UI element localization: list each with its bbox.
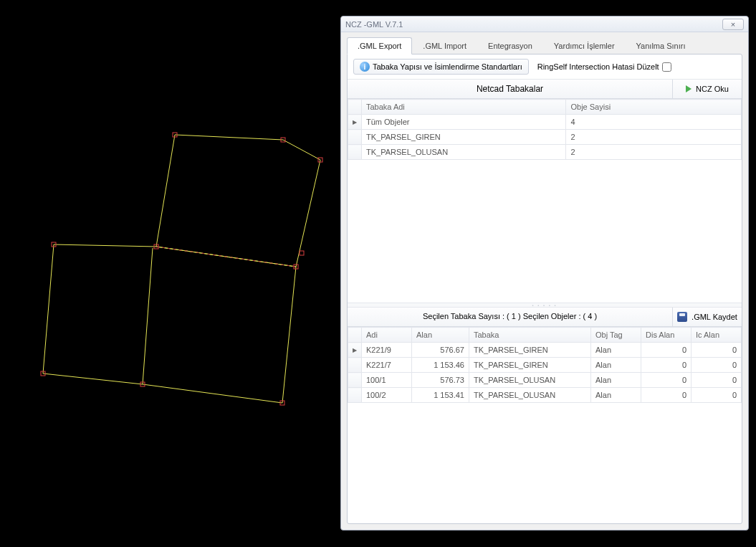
lower-header: Seçilen Tabaka Sayısı : ( 1 ) Seçilen Ob… (348, 308, 742, 327)
col-tabaka-adi[interactable]: Tabaka Adi (362, 100, 566, 115)
cell-alan: 1 153.41 (412, 388, 469, 403)
tabaka-standards-label: Tabaka Yapısı ve İsimlendirme Standartla… (373, 62, 522, 71)
table-row[interactable]: K221/71 153.46TK_PARSEL_GIRENAlan00 (348, 358, 742, 373)
cell-alan: 1 153.46 (412, 358, 469, 373)
titlebar[interactable]: NCZ -GML V.7.1 × (341, 16, 748, 32)
table-row[interactable]: 100/21 153.41TK_PARSEL_OLUSANAlan00 (348, 388, 742, 403)
cell-icalan: 0 (692, 343, 742, 358)
cell-icalan: 0 (692, 388, 742, 403)
ringself-checkbox[interactable] (662, 62, 671, 72)
cell-tabaka: TK_PARSEL_GIREN (362, 130, 566, 145)
info-icon: i (360, 62, 370, 72)
cell-adi: K221/7 (362, 358, 412, 373)
window-title: NCZ -GML V.7.1 (345, 20, 722, 29)
table-row[interactable]: Tüm Objeler4 (348, 115, 742, 130)
lower-area: Seçilen Tabaka Sayısı : ( 1 ) Seçilen Ob… (348, 308, 742, 523)
gml-kaydet-button[interactable]: .GML Kaydet (673, 308, 742, 326)
row-selector[interactable] (348, 388, 362, 403)
row-selector[interactable] (348, 145, 362, 160)
table-row[interactable]: TK_PARSEL_OLUSAN2 (348, 145, 742, 160)
cell-tabaka: TK_PARSEL_GIREN (469, 358, 591, 373)
ringself-fix: RingSelf Intersection Hatasi Düzelt (537, 62, 671, 72)
cell-objtag: Alan (591, 388, 641, 403)
tab-panel-export: i Tabaka Yapısı ve İsimlendirme Standart… (347, 54, 742, 524)
cell-tabaka: TK_PARSEL_OLUSAN (469, 388, 591, 403)
cell-adi: 100/2 (362, 388, 412, 403)
cell-adi: 100/1 (362, 373, 412, 388)
save-icon (677, 312, 687, 322)
cell-icalan: 0 (692, 358, 742, 373)
cell-obje: 2 (566, 145, 742, 160)
row-selector[interactable] (348, 343, 362, 358)
col-alan[interactable]: Alan (412, 328, 469, 343)
upper-title: Netcad Tabakalar (348, 80, 673, 98)
row-selector[interactable] (348, 373, 362, 388)
col-adi[interactable]: Adi (362, 328, 412, 343)
col-tabaka[interactable]: Tabaka (469, 328, 591, 343)
tabaka-standards-button[interactable]: i Tabaka Yapısı ve İsimlendirme Standart… (353, 59, 529, 75)
cell-obje: 4 (566, 115, 742, 130)
col-disalan[interactable]: Dis Alan (641, 328, 692, 343)
col-objtag[interactable]: Obj Tag (591, 328, 641, 343)
play-icon (686, 85, 692, 92)
table-row[interactable]: TK_PARSEL_GIREN2 (348, 130, 742, 145)
row-selector[interactable] (348, 115, 362, 130)
svg-rect-8 (300, 251, 304, 255)
cell-tabaka: TK_PARSEL_OLUSAN (362, 145, 566, 160)
cell-disalan: 0 (641, 358, 692, 373)
svg-line-3 (143, 248, 153, 384)
cell-objtag: Alan (591, 373, 641, 388)
cell-alan: 576.67 (412, 343, 469, 358)
obje-grid[interactable]: Adi Alan Tabaka Obj Tag Dis Alan Ic Alan… (348, 327, 742, 403)
row-selector[interactable] (348, 358, 362, 373)
cell-objtag: Alan (591, 358, 641, 373)
cad-canvas[interactable] (0, 0, 340, 547)
cell-tabaka: TK_PARSEL_GIREN (469, 343, 591, 358)
row-selector[interactable] (348, 130, 362, 145)
svg-marker-1 (43, 244, 296, 403)
cell-icalan: 0 (692, 373, 742, 388)
cell-tabaka: Tüm Objeler (362, 115, 566, 130)
cell-alan: 576.73 (412, 373, 469, 388)
rowhead-blank (348, 100, 362, 115)
gml-kaydet-label: .GML Kaydet (692, 313, 737, 321)
col-obje-sayisi[interactable]: Obje Sayisi (566, 100, 742, 115)
lower-title: Seçilen Tabaka Sayısı : ( 1 ) Seçilen Ob… (348, 308, 673, 326)
tabs: .GML Export .GML Import Entegrasyon Yard… (341, 32, 748, 54)
tab-gml-import[interactable]: .GML Import (412, 37, 477, 54)
cell-obje: 2 (566, 130, 742, 145)
cell-objtag: Alan (591, 343, 641, 358)
ncz-oku-label: NCZ Oku (696, 85, 729, 93)
tab-yanilma[interactable]: Yanılma Sınırı (626, 37, 697, 54)
toolbar: i Tabaka Yapısı ve İsimlendirme Standart… (348, 54, 742, 80)
cell-disalan: 0 (641, 388, 692, 403)
tab-yardimci[interactable]: Yardımcı İşlemler (543, 37, 626, 54)
upper-grid-area: Tabaka Adi Obje Sayisi Tüm Objeler4TK_PA… (348, 99, 742, 303)
cell-disalan: 0 (641, 343, 692, 358)
lower-grid-area: Adi Alan Tabaka Obj Tag Dis Alan Ic Alan… (348, 327, 742, 523)
drawing-svg (0, 0, 340, 547)
svg-marker-0 (156, 135, 320, 267)
table-row[interactable]: 100/1576.73TK_PARSEL_OLUSANAlan00 (348, 373, 742, 388)
cell-tabaka: TK_PARSEL_OLUSAN (469, 373, 591, 388)
tabaka-grid[interactable]: Tabaka Adi Obje Sayisi Tüm Objeler4TK_PA… (348, 99, 742, 160)
cell-disalan: 0 (641, 373, 692, 388)
tab-gml-export[interactable]: .GML Export (347, 37, 412, 54)
col-icalan[interactable]: Ic Alan (692, 328, 742, 343)
upper-header: Netcad Tabakalar NCZ Oku (348, 80, 742, 99)
tab-entegrasyon[interactable]: Entegrasyon (477, 37, 543, 54)
gml-dialog: NCZ -GML V.7.1 × .GML Export .GML Import… (340, 16, 749, 531)
table-row[interactable]: K221/9576.67TK_PARSEL_GIRENAlan00 (348, 343, 742, 358)
cell-adi: K221/9 (362, 343, 412, 358)
ncz-oku-button[interactable]: NCZ Oku (673, 80, 742, 98)
ringself-label: RingSelf Intersection Hatasi Düzelt (537, 62, 659, 71)
rowhead-blank (348, 328, 362, 343)
close-button[interactable]: × (722, 19, 744, 30)
